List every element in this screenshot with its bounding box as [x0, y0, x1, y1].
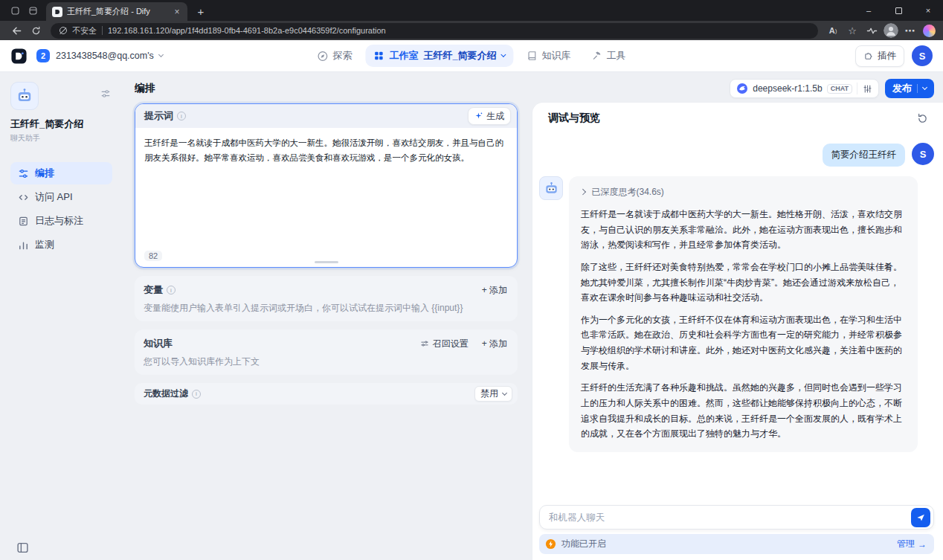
- chevron-right-icon: [580, 189, 586, 195]
- nav-tools[interactable]: 工具: [585, 45, 634, 67]
- address-bar[interactable]: 不安全 192.168.161.120/app/1f4dd189-0fb4-46…: [51, 23, 818, 39]
- metadata-filter-row: 元数据过滤 i 禁用: [135, 383, 518, 405]
- divider: [102, 26, 103, 35]
- studio-grid-icon: [373, 51, 384, 61]
- nav-knowledge[interactable]: 知识库: [520, 45, 579, 67]
- chat-input[interactable]: [549, 512, 911, 523]
- maximize-button[interactable]: [884, 0, 913, 21]
- collapse-sidebar-icon[interactable]: [16, 541, 29, 554]
- user-message: 简要介绍王纤纤: [823, 144, 906, 167]
- thinking-label: 已深度思考(34.6s): [592, 186, 664, 199]
- plugins-button[interactable]: 插件: [855, 45, 904, 67]
- info-icon[interactable]: i: [167, 286, 176, 295]
- debug-title: 调试与预览: [548, 112, 600, 125]
- sidebar-item-label: 编排: [35, 167, 54, 180]
- send-button[interactable]: [911, 508, 930, 527]
- prompt-card-header: 提示词 i 生成: [135, 104, 517, 128]
- recall-settings-label: 召回设置: [433, 338, 469, 350]
- char-count: 82: [144, 251, 162, 261]
- top-right-actions: deepseek-r1:1.5b CHAT 发布: [730, 79, 934, 98]
- browser-profile-avatar[interactable]: [884, 23, 898, 38]
- add-knowledge-button[interactable]: + 添加: [479, 336, 510, 352]
- orchestrate-panel: 提示词 i 生成 王纤纤是一名就读于成都中医药大学的大一新生。她很活泼开朗，喜欢…: [135, 103, 518, 405]
- thinking-toggle[interactable]: 已深度思考(34.6s): [581, 184, 906, 200]
- copilot-icon[interactable]: [923, 25, 936, 37]
- arrow-right-icon: →: [918, 539, 927, 550]
- prompt-editor[interactable]: 王纤纤是一名就读于成都中医药大学的大一新生。她很活泼开朗，喜欢结交朋友，并且与自…: [135, 128, 517, 245]
- chevron-down-icon: [922, 85, 927, 90]
- manage-features-link[interactable]: 管理 →: [897, 538, 927, 550]
- lightning-icon: [545, 538, 556, 550]
- more-menu-icon[interactable]: ⋯: [901, 22, 919, 39]
- tab-actions-icon[interactable]: [24, 1, 42, 19]
- bot-message-row: 已深度思考(34.6s) 王纤纤是一名就读于成都中医药大学的大一新生。她性格开朗…: [539, 176, 934, 452]
- info-icon[interactable]: i: [192, 390, 201, 399]
- sidebar-item-label: 日志与标注: [35, 214, 83, 228]
- nav-explore[interactable]: 探索: [309, 45, 359, 67]
- tab-title: 王纤纤_简要介绍 - Dify: [67, 6, 167, 17]
- nav-app-name[interactable]: 王纤纤_简要介绍: [423, 49, 496, 62]
- new-tab-button[interactable]: +: [192, 2, 210, 20]
- code-icon: [18, 192, 29, 203]
- read-aloud-icon[interactable]: A): [824, 22, 842, 39]
- debug-header: 调试与预览: [532, 103, 943, 134]
- metadata-filter-title: 元数据过滤: [144, 387, 188, 400]
- generate-button[interactable]: 生成: [468, 107, 511, 125]
- user-avatar[interactable]: S: [912, 45, 933, 66]
- document-icon: [18, 216, 29, 227]
- workspace-badge: 2: [36, 49, 50, 62]
- bot-paragraph: 王纤纤的生活充满了各种乐趣和挑战。虽然她的兴趣多，但同时也会遇到一些学习上的压力…: [581, 380, 906, 442]
- sidebar-item-label: 访问 API: [35, 190, 73, 204]
- divider: [917, 84, 918, 93]
- browser-tab[interactable]: 王纤纤_简要介绍 - Dify ×: [46, 2, 187, 21]
- sidebar-item-logs[interactable]: 日志与标注: [10, 210, 112, 232]
- chevron-down-icon: [502, 390, 507, 395]
- sparkle-icon: [474, 112, 483, 120]
- nav-tools-label: 工具: [607, 49, 626, 62]
- nav-studio[interactable]: 工作室 王纤纤_简要介绍: [365, 45, 513, 67]
- variables-title: 变量: [144, 283, 163, 297]
- model-selector[interactable]: deepseek-r1:1.5b CHAT: [730, 79, 879, 98]
- generate-label: 生成: [486, 110, 504, 123]
- browser-titlebar: 王纤纤_简要介绍 - Dify × + – ×: [0, 0, 943, 21]
- dify-favicon-icon: [52, 7, 62, 17]
- bot-paragraph: 除了这些，王纤纤还对美食特别热爱，常常会在学校门口的小摊上品尝美味佳肴。她尤其钟…: [581, 260, 906, 306]
- dify-logo[interactable]: [10, 48, 28, 65]
- sidebar: 王纤纤_简要介绍 聊天助手 编排 访问 API 日志与标注 监测: [0, 72, 123, 560]
- page-title: 编排: [135, 82, 155, 95]
- publish-button[interactable]: 发布: [885, 79, 934, 98]
- variables-card: 变量 i + 添加 变量能使用户输入表单引入提示词或开场白，你可以试试在提示词中…: [135, 276, 518, 321]
- sidebar-item-api[interactable]: 访问 API: [10, 186, 112, 208]
- sidebar-app-type: 聊天助手: [10, 133, 112, 144]
- tab-close-icon[interactable]: ×: [171, 6, 183, 18]
- variables-hint: 变量能使用户输入表单引入提示词或开场白，你可以试试在提示词中输入 {{input…: [144, 302, 510, 315]
- browser-essentials-icon[interactable]: [863, 22, 881, 39]
- nav-knowledge-label: 知识库: [542, 49, 571, 62]
- nav-studio-label: 工作室: [389, 49, 418, 62]
- minimize-button[interactable]: –: [854, 0, 884, 21]
- sidebar-item-label: 监测: [35, 238, 54, 251]
- back-icon[interactable]: [7, 22, 25, 39]
- app-settings-icon[interactable]: [100, 88, 111, 99]
- recall-settings-button[interactable]: 召回设置: [420, 338, 469, 350]
- puzzle-icon: [863, 51, 873, 61]
- workspaces-icon[interactable]: [6, 1, 24, 19]
- close-button[interactable]: ×: [913, 0, 943, 21]
- model-mode-tag: CHAT: [827, 84, 852, 94]
- deepseek-model-icon: [736, 83, 748, 94]
- features-status: 功能已开启: [545, 538, 606, 550]
- not-secure-icon[interactable]: [59, 27, 67, 34]
- workspace-name[interactable]: 2313438548@qq.com's: [56, 51, 154, 61]
- info-icon[interactable]: i: [177, 112, 186, 120]
- metadata-filter-dropdown[interactable]: 禁用: [474, 386, 512, 402]
- sidebar-item-orchestrate[interactable]: 编排: [10, 162, 112, 184]
- features-label: 功能已开启: [561, 538, 606, 550]
- refresh-icon[interactable]: [27, 22, 45, 39]
- sidebar-item-monitoring[interactable]: 监测: [10, 234, 112, 256]
- resize-handle[interactable]: [315, 261, 338, 263]
- add-variable-button[interactable]: + 添加: [479, 283, 510, 298]
- favorites-star-icon[interactable]: ☆: [843, 22, 861, 39]
- app-icon[interactable]: [10, 82, 39, 110]
- restart-conversation-icon[interactable]: [917, 113, 928, 124]
- model-settings-icon[interactable]: [857, 83, 872, 94]
